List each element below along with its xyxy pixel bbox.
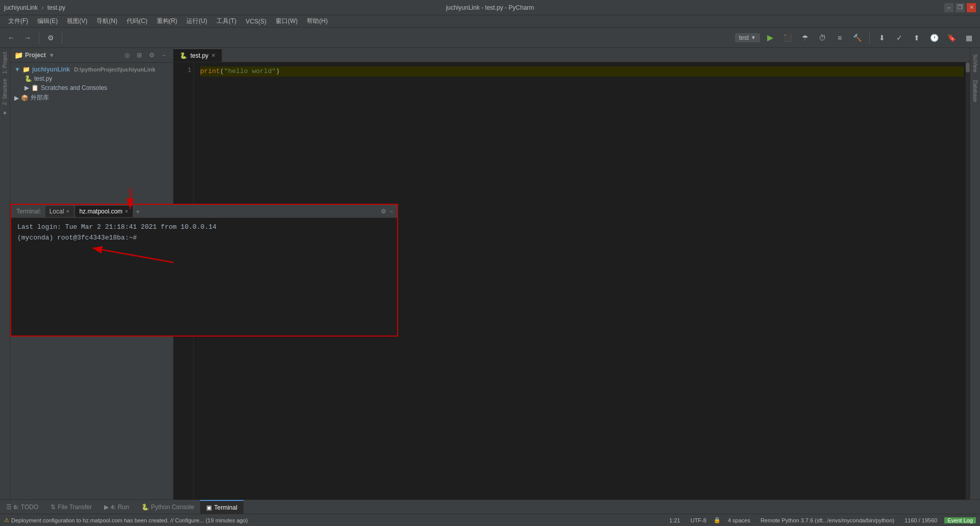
toolbar-back-button[interactable]: ←: [4, 31, 18, 45]
tree-item-root[interactable]: ▼ 📁 juchiyunLink D:\pythonProject\juchiy…: [10, 65, 173, 74]
menu-refactor[interactable]: 重构(R): [153, 16, 182, 27]
scratches-arrow: ▶: [24, 84, 29, 91]
profile-button[interactable]: ⏱: [815, 31, 829, 45]
event-log[interactable]: Event Log: [944, 517, 976, 523]
project-locate-button[interactable]: ◎: [122, 50, 132, 60]
run-num: 4:: [111, 504, 116, 510]
menu-run[interactable]: 运行(U): [182, 16, 211, 27]
tab-close-button[interactable]: ✕: [211, 53, 215, 58]
sidebar-item-project[interactable]: 1: Project: [1, 50, 9, 76]
terminal-content[interactable]: Last login: Tue Mar 2 21:18:41 2021 from…: [11, 218, 397, 248]
coverage-button[interactable]: ☂: [798, 31, 812, 45]
encoding[interactable]: UTF-8: [688, 517, 709, 523]
terminal-add-button[interactable]: +: [134, 207, 142, 216]
testpy-label: test.py: [34, 75, 52, 82]
tree-item-testpy[interactable]: 🐍 test.py: [10, 74, 173, 83]
bottom-tab-run[interactable]: ▶ 4: Run: [98, 500, 135, 514]
run-configuration[interactable]: test ▼: [735, 33, 760, 42]
menu-window[interactable]: 窗口(W): [272, 16, 302, 27]
main-layout: 1: Project 2: Structure ★ 📁 Project ▼ ◎ …: [0, 48, 980, 499]
bottom-toolbar: ☰ 6: TODO ⇅ File Transfer ▶ 4: Run 🐍 Pyt…: [0, 499, 980, 514]
toolbar-separator-3: [869, 32, 870, 44]
indentation[interactable]: 4 spaces: [725, 517, 753, 523]
interpreter[interactable]: Remote Python 3.7.6 (sft.../envs/myconda…: [757, 517, 897, 523]
project-settings-button[interactable]: ⚙: [146, 50, 157, 60]
todo-num: 6:: [14, 504, 19, 510]
sidebar-item-favorites[interactable]: ★: [1, 108, 9, 118]
vcs-push-button[interactable]: ⬆: [910, 31, 924, 45]
toolbar-forward-button[interactable]: →: [20, 31, 35, 45]
run-config-dropdown-icon: ▼: [751, 35, 756, 40]
right-tab-database[interactable]: Database: [971, 76, 979, 106]
toolbar-separator-2: [62, 32, 62, 44]
root-folder-icon: 📁: [22, 66, 30, 73]
code-line-1: print("hello world"): [200, 66, 964, 77]
root-path: D:\pythonProject\juchiyunLink: [74, 66, 156, 73]
scratches-label: Scratches and Consoles: [41, 84, 107, 91]
bottom-tab-filetransfer[interactable]: ⇅ File Transfer: [44, 500, 98, 514]
root-label: juchiyunLink: [32, 66, 70, 73]
bottom-tab-todo[interactable]: ☰ 6: TODO: [0, 500, 44, 514]
editor-tab-testpy[interactable]: 🐍 test.py ✕: [174, 49, 222, 62]
titlebar: juchiyunLink › test.py juchiyunLink - te…: [0, 0, 980, 15]
deployment-warning-icon: ⚠: [4, 517, 9, 523]
menu-tools[interactable]: 工具(T): [212, 16, 240, 27]
menu-file[interactable]: 文件(F): [4, 16, 32, 27]
menu-help[interactable]: 帮助(H): [303, 16, 332, 27]
project-folder-icon: 📁: [14, 51, 23, 59]
project-expand-button[interactable]: ⊞: [134, 50, 144, 60]
terminal-tab-hz[interactable]: hz.matpool.com ✕: [75, 206, 133, 217]
bookmark-button[interactable]: 🔖: [944, 31, 959, 45]
restore-button[interactable]: ❐: [955, 3, 965, 12]
terminal-tab-local[interactable]: Local ✕: [45, 206, 75, 217]
tab-py-icon: 🐍: [180, 52, 187, 59]
run-config-label: test: [739, 34, 749, 41]
vcs-commit-button[interactable]: ✓: [892, 31, 906, 45]
terminal-icon: ▣: [206, 504, 212, 511]
project-header-actions: ◎ ⊞ ⚙ −: [122, 50, 169, 60]
build-button[interactable]: 🔨: [850, 31, 864, 45]
menu-view[interactable]: 视图(V): [63, 16, 91, 27]
python-console-icon: 🐍: [141, 504, 149, 511]
bottom-tab-terminal[interactable]: ▣ Terminal: [200, 500, 243, 514]
window-controls: − ❐ ✕: [944, 3, 976, 12]
debug-button[interactable]: ⬛: [780, 31, 795, 45]
hz-tab-close[interactable]: ✕: [125, 209, 129, 214]
project-dropdown-icon: ▼: [49, 52, 55, 58]
run-label: Run: [118, 504, 129, 511]
bottom-tab-python-console[interactable]: 🐍 Python Console: [135, 500, 201, 514]
toolbar-separator-1: [39, 32, 39, 44]
run-button[interactable]: ▶: [763, 31, 777, 45]
menu-vcs[interactable]: VCS(S): [241, 17, 271, 26]
tree-item-external-libs[interactable]: ▶ 📦 外部库: [10, 92, 173, 103]
run-icon: ▶: [104, 504, 109, 511]
editor-scrollbar[interactable]: [966, 62, 970, 499]
filetransfer-label: File Transfer: [58, 504, 92, 511]
toolbar-settings-button[interactable]: ⚙: [43, 31, 58, 45]
terminal-toolbar-button[interactable]: ▦: [962, 31, 976, 45]
vcs-history-button[interactable]: 🕐: [927, 31, 941, 45]
right-tab-sciview[interactable]: SciView: [971, 50, 979, 76]
tab-label: test.py: [190, 52, 208, 59]
extlibs-icon: 📦: [21, 94, 29, 102]
menu-edit[interactable]: 编辑(E): [33, 16, 62, 27]
python-console-label: Python Console: [151, 504, 194, 511]
sidebar-item-structure[interactable]: 2: Structure: [1, 77, 9, 107]
tree-item-scratches[interactable]: ▶ 📋 Scratches and Consoles: [10, 83, 173, 92]
close-button[interactable]: ✕: [967, 3, 976, 12]
cursor-position[interactable]: 1:21: [666, 517, 683, 523]
filetransfer-icon: ⇅: [51, 504, 56, 511]
todo-label: TODO: [21, 504, 38, 511]
terminal-minimize-button[interactable]: −: [387, 208, 395, 215]
vcs-update-button[interactable]: ⬇: [875, 31, 889, 45]
menu-code[interactable]: 代码(C): [122, 16, 152, 27]
minimize-button[interactable]: −: [944, 3, 953, 12]
project-panel-label: Project: [25, 52, 46, 59]
concurrency-button[interactable]: ≡: [832, 31, 847, 45]
project-collapse-button[interactable]: −: [159, 50, 169, 60]
editor-scrollbar-thumb[interactable]: [966, 62, 970, 73]
code-paren-open: (: [220, 66, 224, 77]
local-tab-close[interactable]: ✕: [66, 209, 70, 214]
terminal-settings-button[interactable]: ⚙: [381, 208, 386, 215]
menu-navigate[interactable]: 导航(N): [92, 16, 121, 27]
